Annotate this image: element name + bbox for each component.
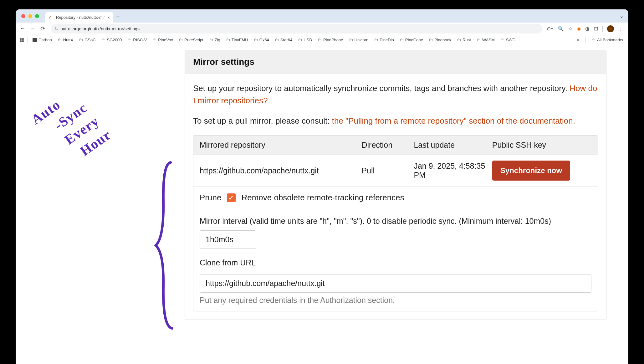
synchronize-now-button[interactable]: Synchronize now (492, 161, 570, 181)
toolbar-right: ⊙⁃ 🔍 ☆ ◆ ◑ ⊡ ⋮ (547, 25, 625, 32)
minimize-window-button[interactable] (28, 14, 32, 18)
cell-direction: Pull (361, 166, 414, 175)
site-info-icon[interactable]: ⇆ (54, 26, 58, 31)
bookmark-zig[interactable]: 🗀Zig (207, 36, 222, 44)
bookmark-separator (28, 37, 28, 43)
zoom-icon[interactable]: 🔍 (558, 26, 564, 32)
back-button[interactable]: ← (19, 25, 26, 32)
bookmark-wasm[interactable]: 🗀WASM (474, 36, 497, 44)
table-header: Mirrored repository Direction Last updat… (193, 136, 598, 155)
mirrors-table: Mirrored repository Direction Last updat… (193, 135, 598, 311)
mirror-settings-panel: Mirror settings Set up your repository t… (185, 50, 606, 320)
bookmark-carbon[interactable]: Carbon (30, 36, 54, 44)
new-tab-button[interactable]: + (116, 13, 120, 20)
prune-label: Prune (200, 193, 221, 203)
profile-avatar[interactable] (607, 25, 614, 32)
cell-repo-url: https://github.com/apache/nuttx.git (200, 166, 361, 175)
bookmark-pinecone[interactable]: 🗀PineCone (397, 36, 425, 44)
panel-title: Mirror settings (193, 57, 598, 67)
col-ssh-key: Public SSH key (492, 141, 591, 150)
clone-url-input[interactable] (200, 274, 591, 293)
bookmark-nuttx[interactable]: 🗀NuttX (55, 36, 76, 44)
bookmark-rust[interactable]: 🗀Rust (455, 36, 473, 44)
bookmark-star-icon[interactable]: ☆ (568, 26, 573, 32)
url-text: nuttx-forge.org/nuttx/nuttx-mirror/setti… (60, 26, 140, 31)
bookmark-gsoc[interactable]: 🗀GSoC (77, 36, 98, 44)
maximize-window-button[interactable] (35, 14, 39, 18)
panel-header: Mirror settings (185, 50, 606, 74)
close-window-button[interactable] (21, 14, 25, 18)
close-tab-button[interactable]: × (107, 15, 110, 20)
description-1: Set up your repository to automatically … (193, 82, 598, 107)
panel-body: Set up your repository to automatically … (185, 74, 606, 320)
bookmark-purescript[interactable]: 🗀PureScript (176, 36, 206, 44)
bookmark-riscv[interactable]: 🗀RISC-V (125, 36, 149, 44)
col-direction: Direction (361, 141, 414, 150)
extension-refresh-icon[interactable]: ◑ (585, 26, 590, 32)
bookmark-tinyemu[interactable]: 🗀TinyEMU (224, 36, 250, 44)
description-2: To set up a pull mirror, please consult:… (193, 115, 598, 127)
browser-tab[interactable]: ⑂ Repository - nuttx/nuttx-mir × (45, 12, 113, 23)
col-repo: Mirrored repository (200, 141, 361, 150)
tab-favicon: ⑂ (49, 15, 54, 20)
extensions-icon[interactable]: ⊡ (594, 26, 598, 32)
bookmark-sg2000[interactable]: 🗀SG2000 (99, 36, 124, 44)
window-controls (19, 14, 45, 18)
bookmark-swd[interactable]: 🗀SWD (498, 36, 518, 44)
table-row: https://github.com/apache/nuttx.git Pull… (193, 155, 598, 187)
tab-title: Repository - nuttx/nuttx-mir (56, 15, 105, 20)
bookmark-ox64[interactable]: 🗀Ox64 (252, 36, 271, 44)
interval-section: Mirror interval (valid time units are "h… (193, 209, 598, 311)
browser-toolbar: ← → ⟳ ⇆ nuttx-forge.org/nuttx/nuttx-mirr… (16, 23, 628, 35)
browser-window: ⑂ Repository - nuttx/nuttx-mir × + ⌄ ← →… (16, 9, 628, 364)
interval-label: Mirror interval (valid time units are "h… (200, 215, 591, 227)
all-bookmarks-button[interactable]: 🗀All Bookmarks (589, 36, 625, 44)
prune-row: Prune ✓ Remove obsolete remote-tracking … (193, 187, 598, 209)
prune-checkbox[interactable]: ✓ (227, 193, 236, 202)
reload-button[interactable]: ⟳ (39, 25, 46, 32)
bookmark-pinebook[interactable]: 🗀Pinebook (427, 36, 453, 44)
col-last-update: Last update (414, 141, 492, 150)
forward-button[interactable]: → (29, 25, 36, 32)
clone-url-label: Clone from URL (200, 257, 591, 268)
bookmark-pinedio[interactable]: 🗀PineDio (372, 36, 396, 44)
bookmark-pinephone[interactable]: 🗀PinePhone (315, 36, 345, 44)
address-bar[interactable]: ⇆ nuttx-forge.org/nuttx/nuttx-mirror/set… (51, 24, 542, 33)
bookmarks-overflow-button[interactable]: » (575, 36, 581, 44)
brace-annotation (153, 161, 175, 330)
mirror-interval-input[interactable] (200, 230, 256, 249)
tabs-dropdown-button[interactable]: ⌄ (619, 13, 624, 19)
clone-url-hint: Put any required credentials in the Auth… (200, 296, 591, 305)
bookmarks-bar: Carbon 🗀NuttX 🗀GSoC 🗀SG2000 🗀RISC-V 🗀Pin… (16, 35, 628, 45)
extension-indicator-icon[interactable]: ◆ (577, 26, 581, 32)
bookmark-star64[interactable]: 🗀Star64 (273, 36, 294, 44)
cell-last-update: Jan 9, 2025, 4:58:35 PM (414, 161, 492, 180)
bookmark-separator-right (585, 37, 585, 43)
page-content: Auto -Sync Every Hour Mirror settings Se… (16, 45, 628, 364)
prune-description: Remove obsolete remote-tracking referenc… (241, 193, 404, 203)
apps-icon[interactable] (19, 37, 25, 43)
bookmark-pinevox[interactable]: 🗀PineVox (150, 36, 175, 44)
menu-icon[interactable]: ⋮ (618, 26, 623, 32)
pull-mirror-docs-link[interactable]: the "Pulling from a remote repository" s… (332, 116, 575, 126)
tab-strip: ⑂ Repository - nuttx/nuttx-mir × + ⌄ (16, 9, 628, 23)
bookmark-usb[interactable]: 🗀USB (296, 36, 314, 44)
toolbar-divider (602, 26, 603, 32)
bookmark-unicorn[interactable]: 🗀Unicorn (347, 36, 371, 44)
password-icon[interactable]: ⊙⁃ (547, 26, 553, 32)
